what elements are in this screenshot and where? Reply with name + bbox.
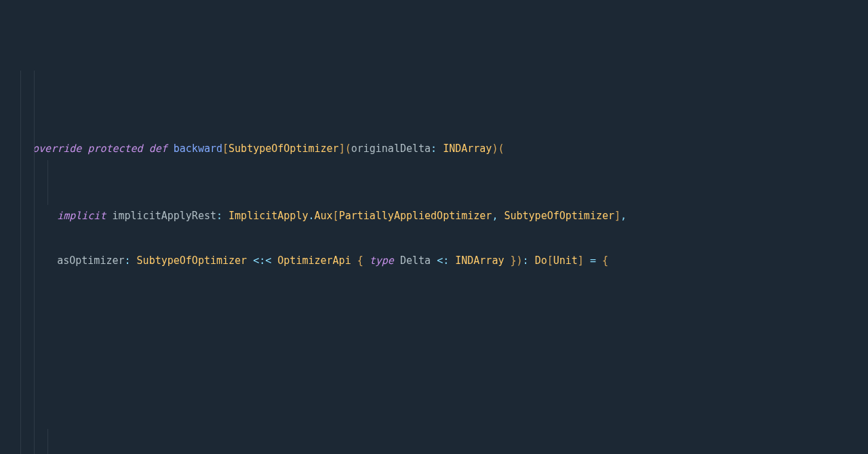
code-line: implicit implicitApplyRest: ImplicitAppl… [20,160,868,183]
line-gutter [0,0,14,454]
code-line: asOptimizer: SubtypeOfOptimizer <:< Opti… [20,250,868,272]
code-line [20,339,868,362]
code-editor[interactable]: override protected def backward[SubtypeO… [14,0,868,454]
code-line: Do.execute { [20,429,868,451]
code-line: override protected def backward[SubtypeO… [20,71,868,93]
